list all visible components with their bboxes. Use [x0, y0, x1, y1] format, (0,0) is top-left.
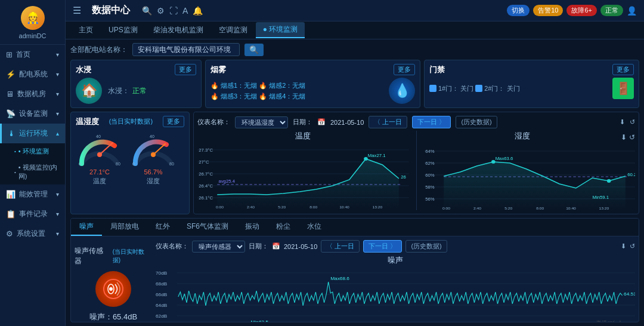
instrument-select[interactable]: 环境温湿度: [235, 116, 288, 128]
water-card-title: 水浸: [76, 64, 91, 75]
door-item-2: 2#门： 关门: [475, 84, 519, 93]
svg-text:60.28: 60.28: [627, 172, 635, 177]
tab-env[interactable]: ● 环境监测: [256, 22, 305, 38]
sidebar-item-home[interactable]: ⊞ 首页 ▾: [0, 45, 65, 64]
door-icon-1: [429, 85, 436, 92]
download-icon[interactable]: ⬇: [620, 118, 625, 126]
smoke-more-button[interactable]: 更多: [394, 64, 415, 75]
chart-divider: [416, 131, 417, 210]
temp-more-button[interactable]: 更多: [163, 116, 184, 127]
btab-partial[interactable]: 局部放电: [102, 219, 147, 236]
noise-instrument-label: 仪表名称：: [156, 242, 188, 251]
temp-gauge-panel: 温湿度 (当日实时数据) 更多: [70, 112, 190, 214]
sidebar-header: 👷 adminDC: [0, 0, 65, 45]
svg-text:80: 80: [169, 162, 174, 166]
temp-section-title: 温湿度: [76, 116, 99, 127]
fault-icon: 📊: [6, 190, 16, 199]
smoke-item-2: 🔥 烟感2：无烟: [259, 81, 305, 90]
svg-text:26: 26: [401, 174, 406, 180]
menu-toggle-icon[interactable]: ☰: [73, 5, 81, 16]
svg-text:2:40: 2:40: [247, 205, 255, 209]
svg-text:0:00: 0:00: [216, 205, 224, 209]
svg-text:0:00: 0:00: [442, 206, 450, 210]
arrow-icon: ▴: [56, 130, 59, 137]
noise-next-button[interactable]: 下一日 〉: [363, 240, 402, 253]
sidebar-item-power[interactable]: ⚡ 配电系统 ▾: [0, 64, 65, 84]
tab-home[interactable]: 主页: [72, 23, 100, 38]
svg-text:Max27.1: Max27.1: [368, 153, 386, 158]
door-more-button[interactable]: 更多: [612, 64, 634, 75]
sidebar-item-fault[interactable]: 📊 能效管理 ▾: [0, 184, 65, 204]
refresh-icon[interactable]: ↺: [630, 118, 635, 126]
water-more-button[interactable]: 更多: [175, 64, 196, 75]
bell-icon[interactable]: 🔔: [193, 6, 203, 16]
noise-hist-button[interactable]: (历史数据): [405, 240, 447, 253]
sidebar-item-env[interactable]: 🌡 运行环境 ▴: [0, 124, 65, 143]
btab-sf6[interactable]: SF6气体监测: [178, 219, 237, 236]
font-icon[interactable]: A: [182, 6, 188, 16]
smoke-card-title: 烟雾: [210, 64, 226, 75]
noise-toolbar: 仪表名称： 噪声传感器 日期： 📅 2021-05-10 〈 上一日 下一日 〉…: [156, 240, 635, 253]
humi-chart-box: 湿度 ⬇ ↺ 64%: [424, 131, 636, 210]
sidebar-item-device[interactable]: 📡 设备监测 ▾: [0, 104, 65, 124]
smoke-card-header: 烟雾 更多: [210, 64, 415, 75]
next-day-button[interactable]: 下一日 〉: [412, 116, 451, 128]
svg-text:5:20: 5:20: [278, 205, 286, 209]
noise-instrument-select[interactable]: 噪声传感器: [192, 241, 245, 253]
btab-water[interactable]: 水位: [299, 219, 330, 236]
arrow-icon: ▾: [56, 211, 59, 217]
humi-refresh-icon[interactable]: ↺: [629, 133, 635, 142]
noise-chart-svg: 70dB 68dB 66dB 64dB 62dB 60dB Max68.6 64…: [156, 267, 635, 322]
tab-ups[interactable]: UPS监测: [101, 23, 145, 38]
cards-row: 水浸 更多 🏠 水浸： 正常 烟雾 更多: [70, 60, 639, 108]
arrow-icon: ▾: [56, 230, 59, 237]
svg-text:5:20: 5:20: [504, 206, 512, 210]
station-search-button[interactable]: 🔍: [244, 44, 264, 56]
noise-date-val: 2021-05-10: [284, 243, 317, 250]
noise-download-icon[interactable]: ⬇: [621, 242, 626, 250]
humi-download-icon[interactable]: ⬇: [621, 133, 627, 142]
home-icon: ⊞: [6, 50, 13, 59]
sidebar-item-system[interactable]: ⚙ 系统设置 ▾: [0, 224, 65, 244]
sidebar-item-event[interactable]: 📋 事件记录 ▾: [0, 204, 65, 224]
avatar: 👷: [21, 6, 45, 30]
noise-prev-button[interactable]: 〈 上一日: [321, 240, 360, 253]
btab-vibration[interactable]: 振动: [237, 219, 268, 236]
submenu-env-monitor[interactable]: • 环境监测: [0, 143, 65, 159]
svg-text:56%: 56%: [425, 196, 435, 202]
sidebar-menu: ⊞ 首页 ▾ ⚡ 配电系统 ▾ 🖥 数据机房 ▾ 📡 设备监测 ▾ 🌡 运行环境…: [0, 45, 65, 326]
fullscreen-icon[interactable]: ⛶: [169, 6, 178, 16]
switch-badge[interactable]: 切换: [507, 5, 530, 16]
alarm-badge[interactable]: 告警10: [533, 5, 563, 16]
submenu-video-monitor[interactable]: • 视频监控(内网): [0, 159, 65, 184]
noise-sensor-panel: 噪声传感器 (当日实时数据) 噪声：65.4dB: [75, 240, 152, 322]
station-input[interactable]: [132, 43, 240, 56]
btab-ir[interactable]: 红外: [147, 219, 178, 236]
svg-point-23: [364, 157, 368, 161]
bottom-tabs-row: 噪声 局部放电 红外 SF6气体监测 振动 粉尘 水位: [71, 219, 639, 236]
svg-text:26.4°C: 26.4°C: [199, 183, 213, 189]
svg-text:26.1°C: 26.1°C: [199, 195, 213, 201]
prev-day-button[interactable]: 〈 上一日: [369, 116, 407, 128]
calendar-icon: 📅: [317, 118, 326, 126]
svg-marker-43: [444, 162, 626, 210]
tab-generator[interactable]: 柴油发电机监测: [146, 23, 210, 38]
noise-refresh-icon[interactable]: ↺: [630, 242, 635, 250]
normal-badge[interactable]: 正常: [600, 5, 623, 16]
door-card-header: 门禁 更多: [429, 64, 634, 75]
svg-text:Min59.1: Min59.1: [592, 195, 609, 200]
hist-button[interactable]: (历史数据): [456, 116, 497, 128]
door-card-body: 1#门： 关门 2#门： 关门 🚪: [429, 78, 634, 99]
tab-ac[interactable]: 空调监测: [212, 23, 255, 38]
svg-text:66dB: 66dB: [156, 293, 167, 297]
btab-noise-content: 噪声传感器 (当日实时数据) 噪声：65.4dB: [71, 236, 639, 322]
search-icon[interactable]: 🔍: [142, 6, 152, 16]
fault-badge[interactable]: 故障6+: [566, 5, 597, 16]
sidebar-item-datacenter[interactable]: 🖥 数据机房 ▾: [0, 84, 65, 104]
watermark: 激活 Windows: [596, 319, 630, 322]
user-icon[interactable]: 👤: [627, 6, 637, 16]
humi-gauge: 0 80 40 56.7% 湿度: [129, 131, 177, 186]
settings-icon[interactable]: ⚙: [157, 6, 165, 16]
btab-noise[interactable]: 噪声: [71, 219, 102, 236]
btab-dust[interactable]: 粉尘: [268, 219, 299, 236]
